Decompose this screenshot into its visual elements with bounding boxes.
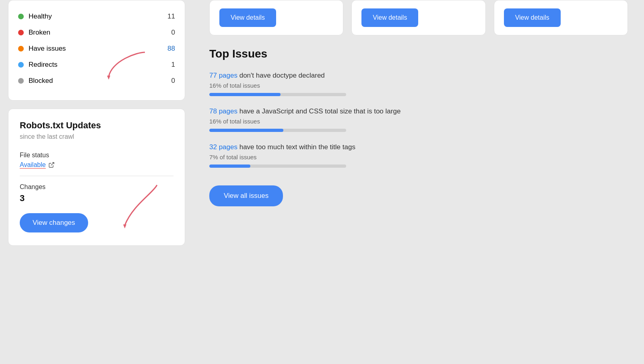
view-details-button-1[interactable]: View details (219, 8, 276, 27)
status-card: Healthy 11 Broken 0 Have issues 88 (8, 0, 185, 101)
issue-rest-2: have a JavaScript and CSS total size tha… (237, 107, 400, 115)
view-details-button-3[interactable]: View details (504, 8, 561, 27)
arrow-annotation-1 (105, 48, 153, 80)
dot-broken (18, 30, 24, 35)
issue-item-1: 77 pages don't have doctype declared 16%… (209, 72, 628, 96)
top-issues-title: Top Issues (209, 47, 628, 60)
issue-rest-1: don't have doctype declared (237, 72, 325, 79)
issue-text-2: 78 pages have a JavaScript and CSS total… (209, 107, 628, 115)
status-label-blocked: Blocked (29, 77, 53, 85)
progress-bar-bg-1 (209, 93, 346, 96)
dot-issues (18, 46, 24, 51)
status-count-blocked: 0 (171, 77, 175, 85)
dot-redirects (18, 62, 24, 68)
status-label-healthy: Healthy (29, 12, 52, 21)
status-count-redirects: 1 (171, 61, 175, 69)
issue-text-1: 77 pages don't have doctype declared (209, 72, 628, 80)
view-changes-button[interactable]: View changes (20, 213, 88, 232)
view-all-issues-button[interactable]: View all issues (209, 185, 283, 206)
status-item-broken: Broken 0 (18, 25, 175, 41)
divider (20, 176, 173, 176)
file-status-label: File status (20, 152, 173, 159)
issue-link-2[interactable]: 78 pages (209, 107, 237, 115)
dot-blocked (18, 78, 24, 84)
status-item-healthy: Healthy 11 (18, 8, 175, 25)
view-details-card-2: View details (351, 0, 485, 35)
progress-bar-bg-3 (209, 165, 346, 168)
file-status-value[interactable]: Available (20, 161, 173, 169)
issue-text-3: 32 pages have too much text within the t… (209, 143, 628, 151)
status-label-issues: Have issues (29, 45, 66, 53)
issue-item-2: 78 pages have a JavaScript and CSS total… (209, 107, 628, 132)
status-count-issues: 88 (167, 45, 175, 53)
robots-title: Robots.txt Updates (20, 120, 173, 131)
issue-percent-3: 7% of total issues (209, 154, 628, 160)
svg-line-0 (51, 162, 54, 165)
progress-bar-bg-2 (209, 129, 346, 132)
view-details-button-2[interactable]: View details (361, 8, 418, 27)
issue-link-3[interactable]: 32 pages (209, 143, 237, 151)
top-issues-section: Top Issues 77 pages don't have doctype d… (209, 47, 628, 348)
view-details-card-3: View details (494, 0, 628, 35)
arrow-annotation-2 (117, 181, 165, 229)
issue-rest-3: have too much text within the title tags (237, 143, 355, 151)
issue-item-3: 32 pages have too much text within the t… (209, 143, 628, 168)
view-details-row: View details View details View details (209, 0, 628, 35)
issue-percent-1: 16% of total issues (209, 82, 628, 89)
external-link-icon (48, 162, 55, 168)
status-count-healthy: 11 (167, 12, 175, 21)
status-count-broken: 0 (171, 29, 175, 37)
status-label-broken: Broken (29, 29, 50, 37)
issue-percent-2: 16% of total issues (209, 118, 628, 125)
right-panel: View details View details View details T… (193, 0, 644, 364)
progress-bar-fill-2 (209, 129, 283, 132)
dot-healthy (18, 14, 24, 19)
svg-marker-2 (123, 224, 126, 228)
issue-link-1[interactable]: 77 pages (209, 72, 237, 79)
view-details-card-1: View details (209, 0, 343, 35)
svg-marker-1 (107, 76, 110, 80)
robots-subtitle: since the last crawl (20, 133, 173, 140)
status-label-redirects: Redirects (29, 61, 58, 69)
progress-bar-fill-3 (209, 165, 250, 168)
progress-bar-fill-1 (209, 93, 281, 96)
